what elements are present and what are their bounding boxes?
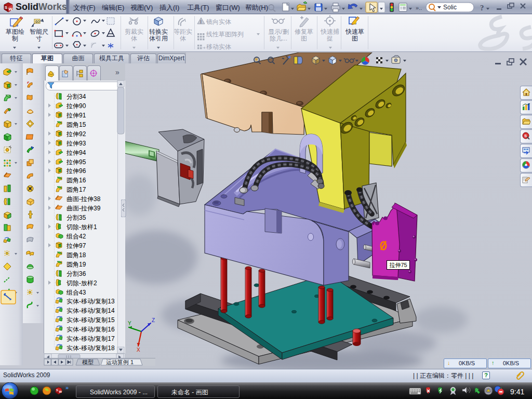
svg-text:S: S [5,5,8,10]
svg-text:60: 60 [35,20,39,23]
svg-text:Solic: Solic [443,4,457,11]
svg-text:?: ? [480,4,484,12]
svg-text:S: S [524,134,527,138]
svg-text:模型: 模型 [82,359,94,365]
svg-text:S: S [56,389,58,392]
svg-text:!: ! [200,19,202,24]
svg-text:»..: ».. [416,5,422,11]
svg-text:»: » [65,384,69,391]
svg-text:运动算例 1: 运动算例 1 [106,359,134,365]
svg-text:W: W [9,7,13,11]
svg-text:W: W [59,390,62,393]
svg-text:!: ! [488,389,488,392]
